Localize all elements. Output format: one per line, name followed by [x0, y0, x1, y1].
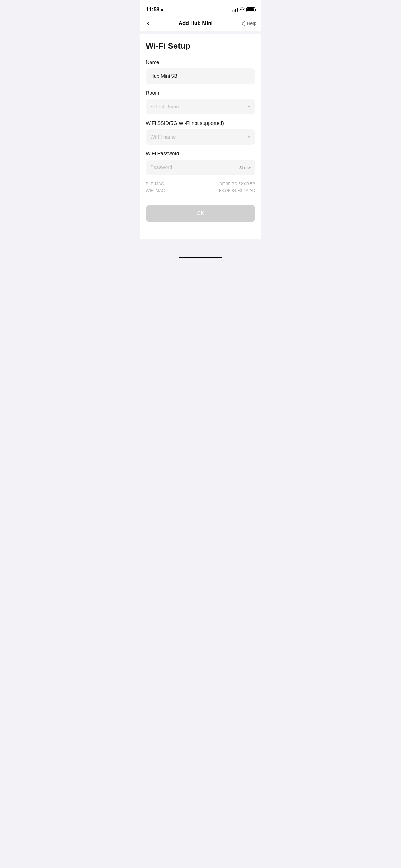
name-input[interactable] — [146, 68, 255, 84]
help-circle-icon: ? — [240, 21, 245, 26]
main-content: Wi-Fi Setup Name Room Select Room Living… — [140, 34, 261, 239]
mac-info: BLE-MAC DF:3F:BD:52:0B:5B WIFI-MAC E8:DB… — [146, 182, 255, 193]
wifi-mac-label: WIFI-MAC — [146, 188, 165, 193]
room-label: Room — [146, 90, 255, 96]
wifi-password-label: WiFi Password — [146, 151, 255, 157]
page-title: Add Hub Mini — [179, 20, 213, 27]
room-select[interactable]: Select Room Living Room Bedroom Kitchen — [146, 99, 255, 114]
ble-mac-label: BLE-MAC — [146, 182, 164, 186]
wifi-ssid-select-wrapper[interactable]: Wi-Fi name ▼ — [146, 129, 255, 145]
home-indicator — [179, 256, 222, 258]
back-button[interactable]: ‹ — [144, 18, 152, 29]
wifi-ssid-label: WiFi SSID(5G Wi-Fi not supported) — [146, 121, 255, 126]
wifi-icon — [239, 7, 244, 12]
password-wrapper: Show — [146, 160, 255, 175]
show-password-button[interactable]: Show — [235, 160, 255, 175]
ble-mac-value: DF:3F:BD:52:0B:5B — [219, 182, 255, 186]
help-label: Help — [247, 21, 257, 26]
room-select-wrapper[interactable]: Select Room Living Room Bedroom Kitchen … — [146, 99, 255, 114]
ble-mac-row: BLE-MAC DF:3F:BD:52:0B:5B — [146, 182, 255, 186]
location-icon: ► — [161, 7, 165, 12]
help-button[interactable]: ? Help — [240, 21, 257, 26]
room-field-group: Room Select Room Living Room Bedroom Kit… — [146, 90, 255, 114]
wifi-ssid-select[interactable]: Wi-Fi name — [146, 129, 255, 145]
section-title: Wi-Fi Setup — [146, 41, 255, 51]
ok-button[interactable]: OK — [146, 205, 255, 222]
password-input[interactable] — [146, 160, 235, 175]
wifi-ssid-field-group: WiFi SSID(5G Wi-Fi not supported) Wi-Fi … — [146, 121, 255, 145]
battery-icon — [246, 7, 255, 12]
wifi-mac-row: WIFI-MAC E8:DB:84:E3:0A:AD — [146, 188, 255, 193]
name-label: Name — [146, 60, 255, 65]
wifi-password-field-group: WiFi Password Show — [146, 151, 255, 175]
status-bar: 11:58 ► — [140, 0, 261, 16]
status-icons — [232, 7, 255, 12]
bottom-area — [140, 239, 261, 264]
status-time: 11:58 ► — [146, 6, 165, 13]
time-text: 11:58 — [146, 6, 159, 13]
wifi-mac-value: E8:DB:84:E3:0A:AD — [219, 188, 255, 193]
ok-button-wrapper: OK — [146, 195, 255, 222]
nav-bar: ‹ Add Hub Mini ? Help — [140, 16, 261, 31]
signal-bars-icon — [232, 8, 238, 11]
name-field-group: Name — [146, 60, 255, 84]
